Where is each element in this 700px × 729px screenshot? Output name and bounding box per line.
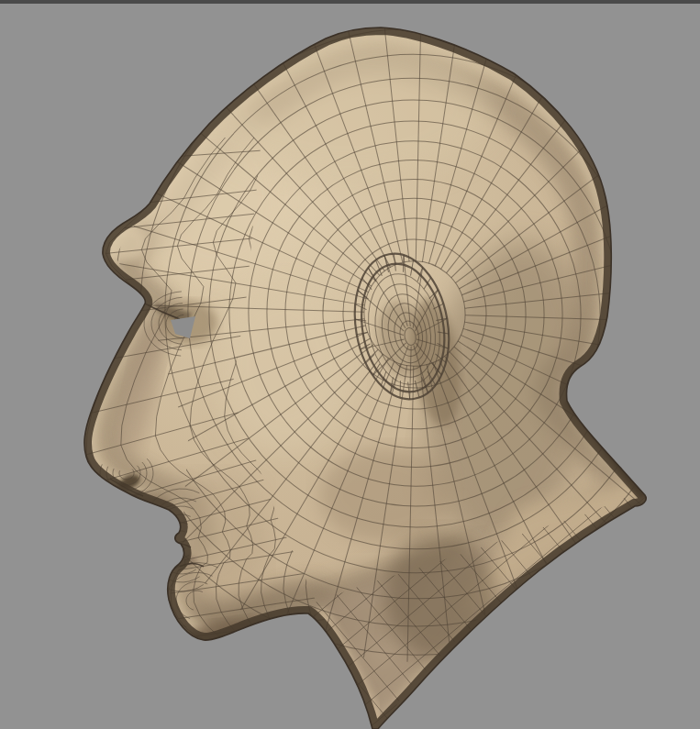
viewport-3d[interactable] [0, 0, 700, 729]
head-mesh-render [0, 0, 700, 729]
head-mesh[interactable] [0, 0, 700, 729]
